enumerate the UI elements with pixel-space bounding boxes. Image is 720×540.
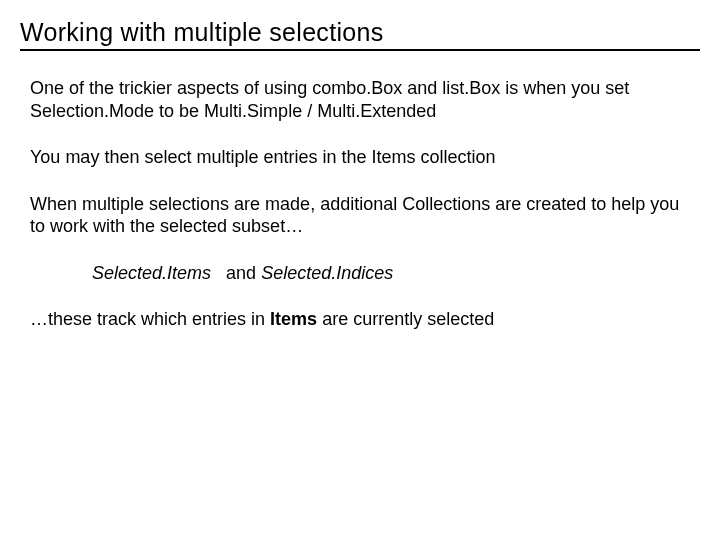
paragraph-2: You may then select multiple entries in … (30, 146, 690, 169)
paragraph-5: …these track which entries in Items are … (30, 308, 690, 331)
paragraph-3: When multiple selections are made, addit… (30, 193, 690, 238)
slide-container: Working with multiple selections One of … (0, 0, 720, 331)
selected-items-text: Selected.Items (92, 263, 211, 283)
and-text: and (226, 263, 256, 283)
slide-title: Working with multiple selections (20, 18, 700, 51)
paragraph-1: One of the trickier aspects of using com… (30, 77, 690, 122)
selected-indices-text: Selected.Indices (261, 263, 393, 283)
slide-body: One of the trickier aspects of using com… (20, 57, 700, 331)
p5-prefix: …these track which entries in (30, 309, 270, 329)
items-bold: Items (270, 309, 317, 329)
paragraph-4: Selected.Items and Selected.Indices (92, 262, 690, 285)
p5-suffix: are currently selected (317, 309, 494, 329)
